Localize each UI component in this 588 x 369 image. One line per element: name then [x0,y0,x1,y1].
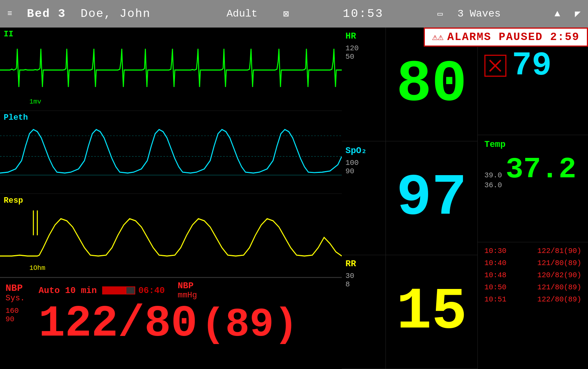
nbp-hist-row-2: 10:48 120/82(90) [484,271,581,279]
nbp-hist-time-2: 10:48 [484,271,506,279]
nbp-timer-text: 06:40 [138,286,165,296]
nbp-timer-container: 06:40 [102,286,165,296]
bell-icon[interactable]: ▲ [555,8,560,19]
temp-panel: Temp 39.0 36.0 37.2 [478,135,588,243]
hr-low: 50 [345,53,382,61]
rr-value-section: 15 [386,255,477,369]
nbp-value: 122/80 [39,302,197,346]
alarm-warning-icon: ⚠⚠ [432,31,444,43]
patient-name: Doe, John [80,7,151,21]
resp-wave-panel: Resp 1Ohm [0,194,342,277]
nbp-hist-value-3: 121/80(89) [537,283,581,292]
nbp-timer-bar [102,286,135,294]
waveform-area: II 1mv Pleth [0,28,342,369]
patient-type: Adult [227,8,258,19]
nbp-hist-value-4: 122/80(89) [537,295,581,304]
menu-icon[interactable]: ≡ [7,9,12,18]
waves-label: 3 Waves [458,8,501,19]
pleth-label: Pleth [4,113,28,122]
temp-value: 37.2 [506,155,576,184]
temp-ranges: 39.0 36.0 [484,171,502,189]
monitor-icon: ▭ [437,8,442,19]
nbp-hist-time-0: 10:30 [484,247,506,255]
hr-ranges: HR 120 50 [342,28,386,141]
ecg-wave-panel: II 1mv [0,28,342,111]
spo2-low: 90 [345,167,382,176]
pleth-wave-panel: Pleth [0,111,342,194]
pulse-cross-icon [484,55,506,77]
nbp-value-row: 122/80 (89) [39,302,298,346]
spo2-value: 97 [396,169,467,228]
nbp-unit-label: NBP [178,281,197,291]
nbp-sys-label: Sys. [6,294,39,303]
spo2-value-section: 97 [386,141,477,255]
nbp-history-panel: 10:30 122/81(90) 10:40 121/80(89) 10:48 … [478,242,588,369]
ecg-label: II [4,30,13,39]
nbp-hist-time-4: 10:51 [484,295,506,304]
resp-label: Resp [4,196,23,205]
nbp-map: (89) [201,305,298,345]
pulse-value: 79 [512,49,552,82]
nbp-hist-value-0: 122/81(90) [537,247,581,255]
nbp-hist-time-1: 10:40 [484,259,506,267]
rr-ranges: RR 30 8 [342,255,386,369]
nbp-auto-label: Auto 10 min [39,286,97,296]
ecg-sublabel: 1mv [29,98,41,105]
nbp-label: NBP [6,283,39,294]
nbp-auto-timer: Auto 10 min 06:40 NBP mmHg [39,281,298,300]
temp-high: 39.0 [484,171,502,180]
spo2-ranges: SpO₂ 100 90 [342,141,386,255]
vitals-column: HR 120 50 80 SpO₂ 100 90 97 [342,28,478,369]
hr-value: 80 [396,55,467,114]
rr-value: 15 [396,283,467,341]
nbp-bar: NBP Sys. 160 90 Auto 10 min 06:40 NBP mm… [0,277,342,369]
nbp-hist-row-4: 10:51 122/80(89) [484,295,581,304]
nbp-hist-row-3: 10:50 121/80(89) [484,283,581,292]
spo2-high: 100 [345,159,382,167]
nbp-main-display: Auto 10 min 06:40 NBP mmHg 122/80 (89) [39,281,298,346]
temp-label: Temp [484,140,581,149]
nbp-hist-value-1: 121/80(89) [537,259,581,267]
nbp-hist-row-1: 10:40 121/80(89) [484,259,581,267]
nbp-unit-section: NBP mmHg [178,281,197,300]
alarm-text: ALARMS PAUSED 2:59 [447,31,580,43]
header-bar: ≡ Bed 3 Doe, John Adult ⊠ 10:53 ▭ 3 Wave… [0,0,588,28]
nbp-hist-time-3: 10:50 [484,283,506,292]
resp-waveform [0,194,342,277]
rr-panel: RR 30 8 15 [342,255,477,369]
rr-label: RR [345,259,382,269]
alarm-banner[interactable]: ⚠⚠ ALARMS PAUSED 2:59 [424,28,588,47]
spo2-label: SpO₂ [345,145,382,156]
hr-label: HR [345,31,382,41]
temp-low: 36.0 [484,181,502,189]
secondary-vitals-column: Pulse 79 Temp 39.0 36.0 [478,28,588,369]
pulse-value-row: 79 [484,49,581,82]
nbp-hist-value-2: 120/82(90) [537,271,581,279]
hr-high: 120 [345,44,382,53]
main-content: II 1mv Pleth [0,28,588,369]
nbp-high: 160 [6,307,39,315]
ecg-waveform [0,28,342,111]
temp-value-row: 39.0 36.0 37.2 [484,155,581,189]
nbp-label-section: NBP Sys. 160 90 [6,283,39,323]
bed-label: Bed 3 [27,7,66,21]
nbp-hist-row-0: 10:30 122/81(90) [484,247,581,255]
vitals-area: HR 120 50 80 SpO₂ 100 90 97 [342,28,588,369]
pleth-waveform [0,111,342,194]
spo2-panel: SpO₂ 100 90 97 [342,141,477,255]
rr-high: 30 [345,272,382,280]
wave-panels: II 1mv Pleth [0,28,342,277]
rr-low: 8 [345,280,382,289]
nbp-low: 90 [6,315,39,323]
alarm-mode-icon: ⊠ [283,8,289,20]
clock-display: 10:53 [343,7,384,21]
signal-icon: ◤ [575,8,581,20]
resp-sublabel: 1Ohm [29,264,45,272]
